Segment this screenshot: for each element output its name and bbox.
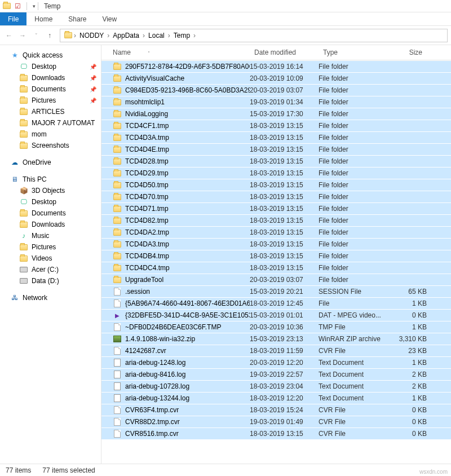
- table-row[interactable]: TCD4DC4.tmp18-03-2019 13:15File folder: [101, 262, 451, 274]
- column-type[interactable]: Type: [319, 45, 387, 60]
- qat-dropdown-icon[interactable]: ▾: [33, 3, 36, 9]
- chevron-right-icon[interactable]: ›: [193, 32, 196, 39]
- nav-forward-icon[interactable]: →: [17, 30, 28, 41]
- table-row[interactable]: TCD4D50.tmp18-03-2019 13:15File folder: [101, 179, 451, 191]
- table-row[interactable]: aria-debug-10728.log18-03-2019 23:04Text…: [101, 380, 451, 392]
- chevron-right-icon[interactable]: ›: [107, 32, 109, 39]
- chevron-right-icon[interactable]: ›: [74, 32, 76, 39]
- table-row[interactable]: 41242687.cvr18-03-2019 11:59CVR File23 K…: [101, 345, 451, 356]
- sidebar-this-pc[interactable]: 🖥 This PC: [0, 174, 101, 185]
- cell-date: 20-03-2019 10:09: [250, 74, 319, 82]
- sidebar-item[interactable]: Pictures: [0, 241, 101, 253]
- sidebar-item[interactable]: Documents📌: [0, 83, 101, 95]
- tab-file[interactable]: File: [0, 12, 26, 25]
- sidebar-item[interactable]: Documents: [0, 208, 101, 219]
- sidebar-item[interactable]: Downloads📌: [0, 72, 101, 83]
- nav-back-icon[interactable]: ←: [3, 30, 15, 41]
- table-row[interactable]: TCD4D82.tmp18-03-2019 13:15File folder: [101, 214, 451, 226]
- cell-date: 19-03-2019 01:34: [250, 98, 319, 106]
- file-name-label: aria-debug-8416.log: [125, 371, 185, 378]
- table-row[interactable]: TCD4DA3.tmp18-03-2019 13:15File folder: [101, 238, 451, 250]
- folder-icon: [113, 169, 122, 178]
- breadcrumb[interactable]: › NODDY › AppData › Local › Temp ›: [60, 29, 448, 42]
- sidebar-item[interactable]: Downloads: [0, 219, 101, 230]
- table-row[interactable]: TCD4D29.tmp18-03-2019 13:15File folder: [101, 167, 451, 179]
- table-row[interactable]: {5AB96A74-4660-4491-8067-46E3D01A6...18-…: [101, 297, 451, 309]
- table-row[interactable]: TCD4D70.tmp18-03-2019 13:15File folder: [101, 191, 451, 202]
- table-row[interactable]: msohtmlclip119-03-2019 01:34File folder: [101, 96, 451, 108]
- tab-view[interactable]: View: [94, 12, 125, 25]
- tab-home[interactable]: Home: [26, 12, 60, 25]
- folder-icon: [19, 96, 28, 105]
- file-list[interactable]: Name˄ Date modified Type Size 290F5712-8…: [101, 45, 451, 464]
- tab-share[interactable]: Share: [60, 12, 94, 25]
- sidebar-item[interactable]: Screenshots: [0, 140, 101, 151]
- sidebar-item[interactable]: 🖵Desktop📌: [0, 61, 101, 72]
- sidebar-onedrive[interactable]: ☁ OneDrive: [0, 157, 101, 168]
- folder-icon: [113, 145, 122, 154]
- table-row[interactable]: C984ED35-9213-496B-8C60-5A0BD3A29...20-0…: [101, 84, 451, 96]
- table-row[interactable]: CVR63F4.tmp.cvr18-03-2019 15:24CVR File0…: [101, 404, 451, 416]
- column-name[interactable]: Name˄: [101, 45, 250, 60]
- file-name-label: TCD4D50.tmp: [125, 181, 169, 189]
- crumb-appdata[interactable]: AppData: [110, 32, 142, 39]
- chevron-right-icon[interactable]: ›: [143, 32, 145, 39]
- table-row[interactable]: CVR88D2.tmp.cvr19-03-2019 01:49CVR File0…: [101, 416, 451, 427]
- cell-type: File folder: [319, 264, 387, 272]
- qat-properties-icon[interactable]: ☑: [15, 2, 21, 10]
- sidebar-item[interactable]: MAJOR 7 AUTOMAT: [0, 117, 101, 129]
- text-document-icon: [113, 394, 122, 403]
- table-row[interactable]: TCD4DA2.tmp18-03-2019 13:15File folder: [101, 226, 451, 238]
- table-row[interactable]: TCD4CF1.tmp18-03-2019 13:15File folder: [101, 120, 451, 131]
- table-row[interactable]: TCD4D71.tmp18-03-2019 13:15File folder: [101, 202, 451, 214]
- table-row[interactable]: 1.4.9.1088-win-ia32.zip15-03-2019 23:13W…: [101, 333, 451, 345]
- sidebar-item[interactable]: 🖵Desktop: [0, 196, 101, 208]
- table-row[interactable]: aria-debug-13244.log18-03-2019 12:20Text…: [101, 392, 451, 404]
- sidebar-item[interactable]: Data (D:): [0, 275, 101, 287]
- crumb-temp[interactable]: Temp: [171, 32, 192, 39]
- crumb-noddy[interactable]: NODDY: [77, 32, 106, 39]
- table-row[interactable]: {32DBFE5D-341D-44CB-9A5E-3C1E1053...15-0…: [101, 309, 451, 321]
- table-row[interactable]: CVR8516.tmp.cvr18-03-2019 13:15CVR File0…: [101, 427, 451, 439]
- sidebar-item[interactable]: ♪Music: [0, 230, 101, 241]
- sidebar-item[interactable]: Videos: [0, 253, 101, 264]
- table-row[interactable]: .session15-03-2019 20:21SESSION File65 K…: [101, 285, 451, 297]
- sidebar-item[interactable]: Acer (C:): [0, 264, 101, 275]
- table-row[interactable]: TCD4D3A.tmp18-03-2019 13:15File folder: [101, 131, 451, 143]
- table-row[interactable]: ActivityVisualCache20-03-2019 10:09File …: [101, 72, 451, 84]
- cell-date: 18-03-2019 13:15: [250, 205, 319, 213]
- sidebar-item-label: OneDrive: [23, 158, 51, 166]
- table-row[interactable]: aria-debug-8416.log19-03-2019 22:57Text …: [101, 368, 451, 380]
- column-size[interactable]: Size: [387, 45, 427, 60]
- sidebar-item[interactable]: mom: [0, 129, 101, 140]
- file-name-label: {32DBFE5D-341D-44CB-9A5E-3C1E1053...: [125, 311, 250, 319]
- cell-date: 18-03-2019 23:04: [250, 382, 319, 390]
- sidebar-quick-access[interactable]: ★ Quick access: [0, 50, 101, 61]
- sidebar-network[interactable]: 🖧 Network: [0, 292, 101, 303]
- table-row[interactable]: 290F5712-8784-42D9-A6F3-5DB7F80A0C...15-…: [101, 60, 451, 72]
- sidebar-item[interactable]: Pictures📌: [0, 95, 101, 106]
- table-row[interactable]: ~DFB0D24B6DEAE03C6F.TMP20-03-2019 10:36T…: [101, 321, 451, 333]
- column-date[interactable]: Date modified: [250, 45, 319, 60]
- nav-up-icon[interactable]: ↑: [44, 30, 55, 41]
- folder-icon: [113, 74, 122, 83]
- cell-name: TCD4DB4.tmp: [101, 252, 250, 261]
- drive-icon: [19, 265, 28, 274]
- chevron-right-icon[interactable]: ›: [168, 32, 170, 39]
- table-row[interactable]: aria-debug-1248.log20-03-2019 12:20Text …: [101, 356, 451, 368]
- table-row[interactable]: TCD4D28.tmp18-03-2019 13:15File folder: [101, 155, 451, 167]
- file-name-label: TCD4D29.tmp: [125, 169, 169, 177]
- sidebar-item-label: 3D Objects: [32, 187, 65, 195]
- crumb-local[interactable]: Local: [146, 32, 167, 39]
- table-row[interactable]: TCD4D4E.tmp18-03-2019 13:15File folder: [101, 143, 451, 155]
- file-name-label: {5AB96A74-4660-4491-8067-46E3D01A6...: [125, 299, 250, 307]
- cell-name: {32DBFE5D-341D-44CB-9A5E-3C1E1053...: [101, 311, 250, 320]
- folder-icon: [113, 98, 122, 107]
- table-row[interactable]: NvidiaLogging15-03-2019 17:30File folder: [101, 108, 451, 120]
- sidebar-item-label: Downloads: [32, 221, 65, 228]
- sidebar-item[interactable]: ARTICLES: [0, 106, 101, 117]
- table-row[interactable]: TCD4DB4.tmp18-03-2019 13:15File folder: [101, 250, 451, 262]
- table-row[interactable]: UpgradeTool20-03-2019 03:07File folder: [101, 274, 451, 285]
- nav-recent-icon[interactable]: ˅: [30, 30, 42, 41]
- sidebar-item[interactable]: 📦3D Objects: [0, 185, 101, 196]
